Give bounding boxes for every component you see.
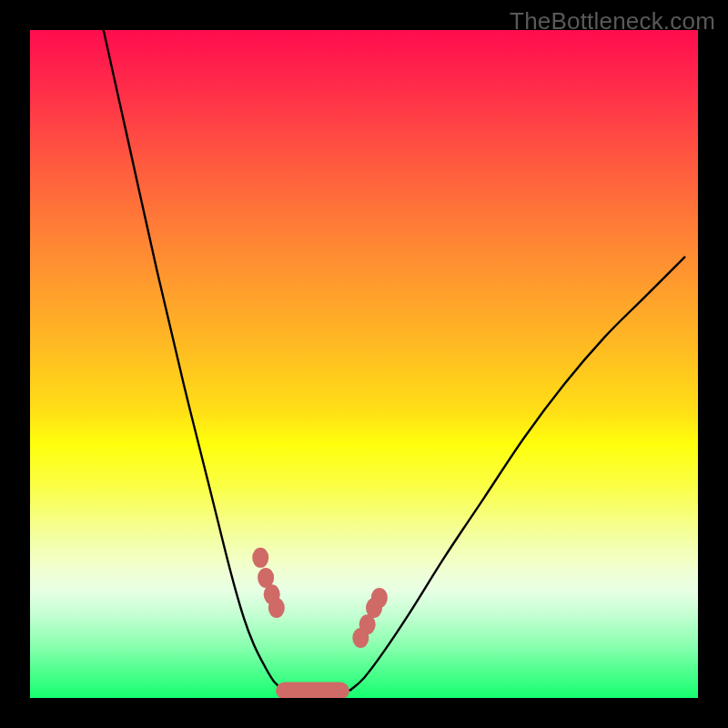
right-curve-path — [350, 258, 684, 691]
chart-container: TheBottleneck.com — [0, 0, 728, 728]
left-curve-path — [104, 30, 284, 690]
plot-area — [30, 30, 698, 698]
watermark-text: TheBottleneck.com — [510, 7, 715, 35]
marker-dot — [371, 588, 388, 608]
marker-dot — [268, 598, 285, 618]
valley-floor-pill — [276, 682, 349, 698]
curve-layer — [30, 30, 698, 698]
marker-dot — [252, 548, 268, 568]
